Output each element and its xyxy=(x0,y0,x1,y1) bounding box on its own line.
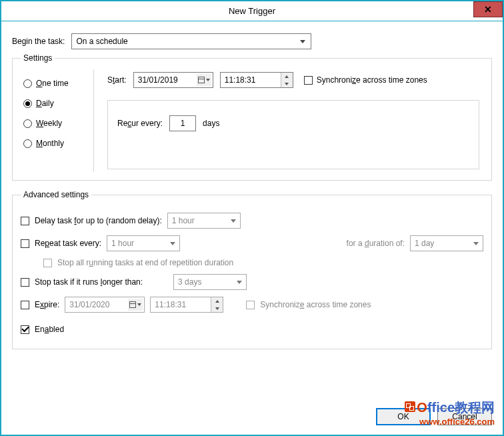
repeat-combo[interactable]: 1 hour xyxy=(107,235,180,251)
radio-one-time[interactable]: One time xyxy=(23,79,93,88)
close-button[interactable]: ✕ xyxy=(473,1,503,17)
settings-legend: Settings xyxy=(21,53,55,63)
begin-task-label: Begin the task: xyxy=(12,37,65,46)
stop-repetition-checkbox xyxy=(43,259,52,267)
recur-panel: Recur every: 1 days xyxy=(107,100,479,169)
calendar-button[interactable] xyxy=(128,299,143,311)
title-bar: New Trigger ✕ xyxy=(1,1,503,21)
cancel-button[interactable]: Cancel xyxy=(437,408,492,425)
schedule-details: Start: 31/01/2019 11:18:31 xyxy=(103,69,483,172)
recur-label: Recur every: xyxy=(117,119,163,128)
chevron-down-icon xyxy=(170,242,175,245)
start-date-value: 31/01/2019 xyxy=(138,75,178,85)
advanced-group: Advanced settings Delay task for up to (… xyxy=(12,190,492,349)
radio-icon xyxy=(23,99,32,108)
close-icon: ✕ xyxy=(484,4,492,15)
stop-longer-checkbox[interactable] xyxy=(21,278,29,287)
spin-down-button[interactable] xyxy=(281,80,293,87)
advanced-legend: Advanced settings xyxy=(21,190,91,199)
spin-up-button[interactable] xyxy=(211,297,223,305)
chevron-down-icon xyxy=(237,281,242,284)
radio-weekly[interactable]: Weekly xyxy=(23,119,93,128)
repeat-label: Repeat task every: xyxy=(35,239,101,248)
stop-repetition-label: Stop all running tasks at end of repetit… xyxy=(57,258,233,267)
radio-icon xyxy=(23,119,32,128)
expire-sync-checkbox xyxy=(246,301,255,309)
recur-unit: days xyxy=(203,119,219,128)
chevron-down-icon xyxy=(473,242,479,245)
calendar-icon xyxy=(129,301,136,308)
delay-checkbox[interactable] xyxy=(21,217,29,225)
radio-daily[interactable]: Daily xyxy=(23,99,93,108)
delay-combo[interactable]: 1 hour xyxy=(167,213,241,229)
duration-combo[interactable]: 1 day xyxy=(410,235,483,251)
chevron-up-icon xyxy=(285,75,289,78)
enabled-checkbox[interactable] xyxy=(21,325,29,334)
recur-value-input[interactable]: 1 xyxy=(169,115,196,131)
calendar-button[interactable] xyxy=(197,74,211,86)
enabled-label: Enabled xyxy=(35,325,64,334)
start-time-value: 11:18:31 xyxy=(225,75,256,85)
begin-task-select[interactable]: On a schedule xyxy=(71,33,311,49)
sync-tz-checkbox[interactable] xyxy=(304,76,313,85)
expire-checkbox[interactable] xyxy=(21,301,29,309)
chevron-down-icon xyxy=(215,307,219,310)
chevron-down-icon xyxy=(206,79,210,81)
expire-time-input[interactable]: 11:18:31 xyxy=(150,297,223,313)
chevron-down-icon xyxy=(137,303,141,306)
spin-down-button[interactable] xyxy=(211,305,223,312)
ok-button[interactable]: OK xyxy=(376,408,431,425)
begin-task-value: On a schedule xyxy=(76,37,127,46)
start-date-input[interactable]: 31/01/2019 xyxy=(133,72,213,88)
duration-label: for a duration of: xyxy=(347,239,405,248)
expire-label: Expire: xyxy=(35,300,59,309)
chevron-down-icon xyxy=(285,83,289,85)
time-spinner xyxy=(281,73,293,87)
frequency-column: One time Daily Weekly Monthly xyxy=(21,69,94,172)
chevron-up-icon xyxy=(215,300,219,303)
chevron-down-icon xyxy=(231,219,236,223)
repeat-checkbox[interactable] xyxy=(21,239,29,248)
settings-group: Settings One time Daily Weekly xyxy=(12,53,492,181)
stop-longer-combo[interactable]: 3 days xyxy=(173,274,247,290)
radio-icon xyxy=(23,139,32,148)
radio-monthly[interactable]: Monthly xyxy=(23,139,93,148)
radio-icon xyxy=(23,79,32,88)
sync-tz-label: Synchronize across time zones xyxy=(317,75,427,85)
begin-task-row: Begin the task: On a schedule xyxy=(12,33,492,49)
calendar-icon xyxy=(198,77,205,83)
start-time-input[interactable]: 11:18:31 xyxy=(220,72,293,88)
stop-longer-label: Stop task if it runs longer than: xyxy=(35,277,143,287)
spin-up-button[interactable] xyxy=(281,73,293,80)
time-spinner xyxy=(211,297,223,312)
content-area: Begin the task: On a schedule Settings O… xyxy=(1,21,503,367)
delay-label: Delay task for up to (random delay): xyxy=(35,216,162,225)
window-title: New Trigger xyxy=(1,6,503,16)
start-label: Start: xyxy=(107,75,127,85)
dialog-window: New Trigger ✕ Begin the task: On a sched… xyxy=(0,0,504,436)
expire-sync-label: Synchronize across time zones xyxy=(260,300,371,309)
dialog-footer: OK Cancel xyxy=(376,408,492,425)
expire-date-input[interactable]: 31/01/2020 xyxy=(65,297,145,313)
